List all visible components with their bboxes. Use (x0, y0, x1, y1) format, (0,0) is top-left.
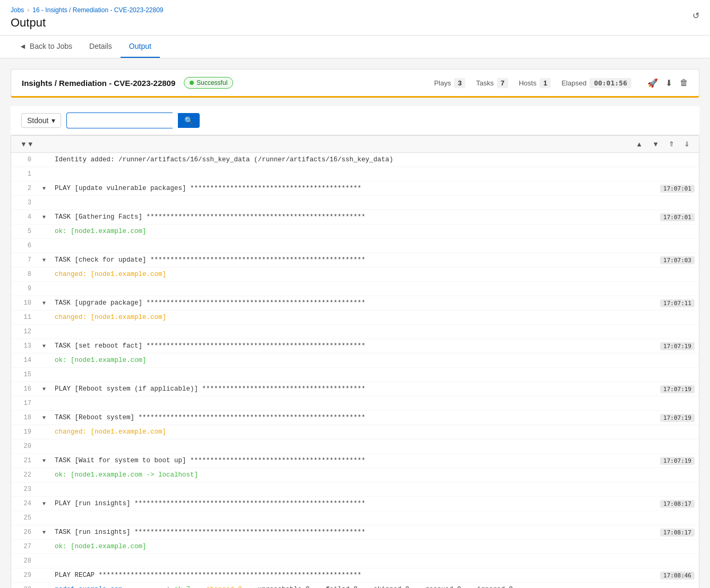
log-toggle-icon[interactable]: ▼ (38, 181, 50, 195)
nav-up-icon[interactable]: ▲ (633, 139, 645, 149)
log-toggle-icon (38, 396, 50, 410)
log-row: 18▼TASK [Reboot system] ****************… (11, 411, 699, 425)
log-text: TASK [run insights] ********************… (55, 529, 656, 536)
log-line-number: 2 (11, 181, 38, 195)
log-line-number: 18 (11, 411, 38, 425)
log-line-number: 22 (11, 468, 38, 482)
log-toggle-icon[interactable]: ▼ (38, 497, 50, 511)
job-title: Insights / Remediation - CVE-2023-22809 (22, 79, 175, 88)
nav-bottom-icon[interactable]: ⇓ (681, 139, 692, 149)
log-toggle-icon[interactable]: ▼ (38, 454, 50, 468)
log-text (50, 325, 699, 339)
log-row: 28 (11, 554, 699, 568)
log-line-number: 20 (11, 439, 38, 453)
log-line-number: 12 (11, 325, 38, 339)
log-line-number: 16 (11, 382, 38, 396)
log-text: TASK [Gathering Facts] *****************… (55, 213, 656, 221)
log-toggle-icon[interactable]: ▼ (38, 411, 50, 425)
log-row: 24▼PLAY [run insights] *****************… (11, 497, 699, 511)
log-text: changed: [node1.example.com] (50, 310, 699, 324)
log-text (50, 396, 699, 410)
breadcrumb-job-link[interactable]: 16 - Insights / Remediation - CVE-2023-2… (32, 6, 163, 14)
elapsed-value: 00:01:56 (589, 78, 631, 88)
search-input[interactable] (66, 113, 173, 128)
log-text: changed: [node1.example.com] (50, 267, 699, 281)
log-row: 17 (11, 396, 699, 411)
reload-icon[interactable]: ↺ (692, 11, 699, 21)
log-toggle-icon[interactable]: ▼ (38, 210, 50, 224)
log-row: 16▼PLAY [Reboot system (if applicable)] … (11, 382, 699, 396)
log-toggle-icon[interactable]: ▼ (38, 253, 50, 267)
log-row: 10▼TASK [upgrade package] **************… (11, 296, 699, 310)
recap-stat: unreachable=0 (258, 586, 326, 588)
log-line-number: 23 (11, 482, 38, 496)
log-timestamp: 17:07:19 (660, 385, 695, 393)
elapsed-stat: Elapsed 00:01:56 (561, 78, 631, 88)
tab-output[interactable]: Output (121, 36, 160, 58)
log-line-number: 6 (11, 239, 38, 253)
page-title: Output (11, 16, 699, 30)
log-row: 23 (11, 482, 699, 497)
log-text (50, 368, 699, 382)
rocket-icon[interactable]: 🚀 (647, 78, 658, 88)
log-toggle-icon[interactable]: ▼ (38, 382, 50, 396)
log-row: 6 (11, 239, 699, 253)
hosts-label: Hosts (519, 79, 536, 87)
log-toggle-icon (38, 583, 50, 588)
log-line-number: 29 (11, 568, 38, 582)
log-toggle-icon (38, 439, 50, 453)
download-icon[interactable]: ⬇ (665, 78, 672, 88)
log-toggle-icon (38, 196, 50, 210)
log-toggle-icon (38, 482, 50, 496)
log-toggle-icon[interactable]: ▼ (38, 525, 50, 539)
log-line-number: 27 (11, 540, 38, 554)
plays-count: 3 (454, 78, 465, 88)
hosts-count: 1 (540, 78, 551, 88)
nav-down-icon[interactable]: ▼ (649, 139, 662, 149)
log-line-number: 24 (11, 497, 38, 511)
log-text (50, 282, 699, 296)
log-text: TASK [Reboot system] *******************… (55, 414, 656, 421)
log-toggle-icon[interactable]: ▼ (38, 339, 50, 353)
log-row: 4▼TASK [Gathering Facts] ***************… (11, 210, 699, 224)
log-text: ok: [node1.example.com -> localhost] (50, 468, 699, 482)
log-toggle-icon (38, 239, 50, 253)
log-row: 25 (11, 511, 699, 525)
plays-label: Plays (434, 79, 451, 87)
stdout-select[interactable]: Stdout ▾ (21, 113, 61, 128)
log-text: ok: [node1.example.com] (50, 353, 699, 367)
log-text (50, 511, 699, 525)
collapse-all-icon[interactable]: ▼▼ (18, 139, 37, 149)
search-button[interactable]: 🔍 (178, 113, 200, 128)
log-timestamp: 17:07:19 (660, 414, 695, 422)
log-text: PLAY [Reboot system (if applicable)] ***… (55, 385, 656, 393)
recap-stat: skipped=0 (373, 586, 425, 588)
log-line-number: 7 (11, 253, 38, 267)
tabs-bar: ◄ Back to Jobs Details Output (0, 36, 710, 58)
tasks-count: 7 (497, 78, 508, 88)
log-row: 11changed: [node1.example.com] (11, 310, 699, 325)
log-row: 9 (11, 282, 699, 296)
trash-icon[interactable]: 🗑 (680, 78, 688, 88)
log-row: 29PLAY RECAP ***************************… (11, 568, 699, 583)
tab-details[interactable]: Details (81, 36, 121, 58)
tasks-stat: Tasks 7 (476, 78, 508, 88)
log-timestamp: 17:08:17 (660, 500, 695, 508)
output-log: 0Identity added: /runner/artifacts/16/ss… (11, 153, 699, 588)
log-line-number: 1 (11, 167, 38, 181)
log-row: 3 (11, 196, 699, 210)
nav-icons-right: ▲ ▼ ⇑ ⇓ (633, 139, 692, 149)
log-toggle-icon (38, 554, 50, 568)
log-line-number: 13 (11, 339, 38, 353)
nav-top-icon[interactable]: ⇑ (666, 139, 677, 149)
log-toggle-icon[interactable]: ▼ (38, 296, 50, 310)
log-line-number: 25 (11, 511, 38, 525)
stdout-chevron-icon: ▾ (52, 116, 55, 125)
status-badge: Successful (184, 77, 233, 89)
log-toggle-icon (38, 425, 50, 439)
tab-back[interactable]: ◄ Back to Jobs (11, 36, 81, 58)
recap-stat: changed=3 (206, 586, 258, 588)
log-line-number: 14 (11, 353, 38, 367)
status-dot (190, 81, 194, 85)
breadcrumb-jobs-link[interactable]: Jobs (11, 6, 24, 14)
